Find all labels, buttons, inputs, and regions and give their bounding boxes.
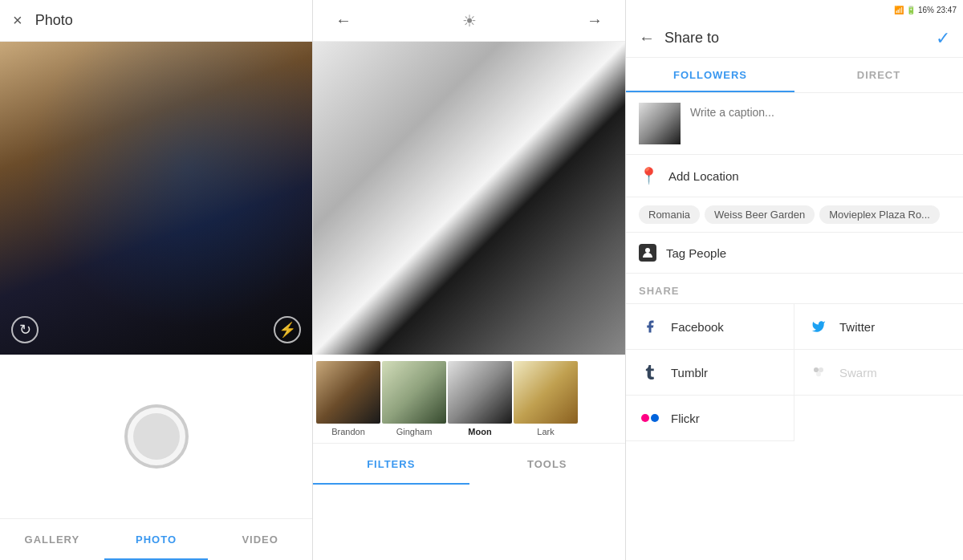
filters-panel: ← ☀ → Brandon Gingham Moon Lark bbox=[313, 0, 626, 560]
filter-brandon[interactable]: Brandon bbox=[316, 361, 380, 436]
svg-point-3 bbox=[816, 371, 821, 376]
location-chip-weiss[interactable]: Weiss Beer Garden bbox=[705, 205, 815, 224]
filter-lark[interactable]: Lark bbox=[514, 361, 578, 436]
filter-gingham-label: Gingham bbox=[396, 427, 433, 436]
filter-gingham[interactable]: Gingham bbox=[382, 361, 446, 436]
camera-tabs: GALLERY PHOTO VIDEO bbox=[0, 518, 312, 560]
caption-area bbox=[626, 93, 963, 155]
facebook-label: Facebook bbox=[671, 320, 724, 334]
social-twitter[interactable]: Twitter bbox=[794, 304, 963, 350]
status-bar: 📶 🔋 16% 23:47 bbox=[626, 0, 963, 19]
status-icons-symbols: 📶 🔋 bbox=[894, 6, 916, 14]
tab-tools[interactable]: TOOLS bbox=[469, 444, 626, 485]
svg-point-5 bbox=[651, 414, 659, 422]
swarm-label: Swarm bbox=[839, 366, 877, 379]
camera-overlay bbox=[0, 42, 312, 355]
location-chip-romania[interactable]: Romania bbox=[639, 205, 700, 224]
camera-title: Photo bbox=[35, 12, 73, 29]
status-icons: 📶 🔋 16% 23:47 bbox=[894, 6, 957, 14]
clock: 23:47 bbox=[937, 6, 957, 14]
filter-brandon-thumb bbox=[316, 361, 380, 424]
tag-people-label: Tag People bbox=[666, 246, 726, 260]
location-chips: Romania Weiss Beer Garden Movieplex Plaz… bbox=[626, 197, 963, 233]
tag-people-row[interactable]: Tag People bbox=[626, 233, 963, 274]
camera-header: × Photo bbox=[0, 0, 312, 42]
social-grid: Facebook Twitter Tumblr bbox=[626, 303, 963, 441]
filter-lark-thumb bbox=[514, 361, 578, 424]
facebook-icon bbox=[639, 315, 661, 338]
back-button[interactable]: ← bbox=[329, 5, 358, 36]
tab-gallery[interactable]: GALLERY bbox=[0, 519, 104, 560]
social-swarm[interactable]: Swarm bbox=[794, 350, 963, 396]
share-section-label: SHARE bbox=[626, 274, 963, 303]
battery-percent: 16% bbox=[918, 6, 934, 14]
flash-button[interactable]: ⚡ bbox=[274, 316, 301, 343]
social-tumblr[interactable]: Tumblr bbox=[626, 350, 794, 396]
filter-moon-thumb bbox=[448, 361, 512, 424]
add-location-label: Add Location bbox=[668, 169, 739, 183]
tumblr-label: Tumblr bbox=[671, 366, 708, 379]
flickr-icon bbox=[639, 407, 661, 429]
filter-brandon-label: Brandon bbox=[331, 427, 365, 436]
tab-filters[interactable]: FILTERS bbox=[313, 444, 469, 485]
caption-thumbnail bbox=[639, 103, 681, 144]
share-header-left: ← Share to bbox=[639, 29, 719, 47]
caption-input[interactable] bbox=[690, 103, 950, 135]
flash-icon: ⚡ bbox=[278, 321, 296, 339]
shutter-area bbox=[0, 355, 312, 518]
brightness-icon[interactable]: ☀ bbox=[462, 11, 477, 30]
filter-gingham-thumb bbox=[382, 361, 446, 424]
tab-photo[interactable]: PHOTO bbox=[104, 519, 209, 560]
tag-icon bbox=[639, 244, 656, 262]
share-confirm-button[interactable]: ✓ bbox=[936, 28, 950, 49]
filter-moon-label: Moon bbox=[468, 427, 491, 436]
close-icon[interactable]: × bbox=[13, 11, 22, 30]
forward-button[interactable]: → bbox=[580, 5, 609, 36]
twitter-label: Twitter bbox=[839, 320, 875, 334]
filters-thumbnails: Brandon Gingham Moon Lark bbox=[313, 355, 625, 443]
filter-tabs: FILTERS TOOLS bbox=[313, 443, 625, 485]
share-header: ← Share to ✓ bbox=[626, 19, 963, 58]
svg-point-2 bbox=[819, 367, 823, 372]
svg-point-1 bbox=[814, 367, 819, 372]
flickr-label: Flickr bbox=[671, 412, 700, 425]
share-title: Share to bbox=[664, 30, 719, 47]
tab-direct[interactable]: DIRECT bbox=[794, 58, 963, 92]
add-location-row[interactable]: 📍 Add Location bbox=[626, 155, 963, 197]
svg-point-4 bbox=[641, 414, 649, 422]
filters-preview-image bbox=[313, 42, 625, 355]
filters-strip: Brandon Gingham Moon Lark FILTERS TOOLS bbox=[313, 355, 625, 560]
share-panel: 📶 🔋 16% 23:47 ← Share to ✓ FOLLOWERS DIR… bbox=[626, 0, 963, 560]
tab-video[interactable]: VIDEO bbox=[208, 519, 312, 560]
share-back-button[interactable]: ← bbox=[639, 29, 655, 47]
filter-lark-label: Lark bbox=[537, 427, 554, 436]
filters-header: ← ☀ → bbox=[313, 0, 625, 42]
tumblr-icon bbox=[639, 361, 661, 383]
camera-preview: ↻ ⚡ bbox=[0, 42, 312, 355]
location-chip-movieplex[interactable]: Movieplex Plaza Ro... bbox=[819, 205, 940, 224]
shutter-inner bbox=[133, 413, 180, 460]
filters-preview bbox=[313, 42, 625, 355]
social-facebook[interactable]: Facebook bbox=[626, 304, 794, 350]
rotate-button[interactable]: ↻ bbox=[11, 316, 39, 343]
tab-followers[interactable]: FOLLOWERS bbox=[626, 58, 794, 92]
share-tabs: FOLLOWERS DIRECT bbox=[626, 58, 963, 93]
shutter-button[interactable] bbox=[124, 404, 189, 469]
twitter-icon bbox=[807, 315, 830, 338]
swarm-icon bbox=[807, 361, 830, 383]
svg-point-0 bbox=[645, 248, 650, 253]
social-flickr[interactable]: Flickr bbox=[626, 396, 794, 441]
camera-panel: × Photo ↻ ⚡ GALLERY PHOTO VIDEO bbox=[0, 0, 313, 560]
rotate-icon: ↻ bbox=[19, 321, 31, 339]
filter-moon[interactable]: Moon bbox=[448, 361, 512, 436]
location-icon: 📍 bbox=[639, 166, 659, 185]
